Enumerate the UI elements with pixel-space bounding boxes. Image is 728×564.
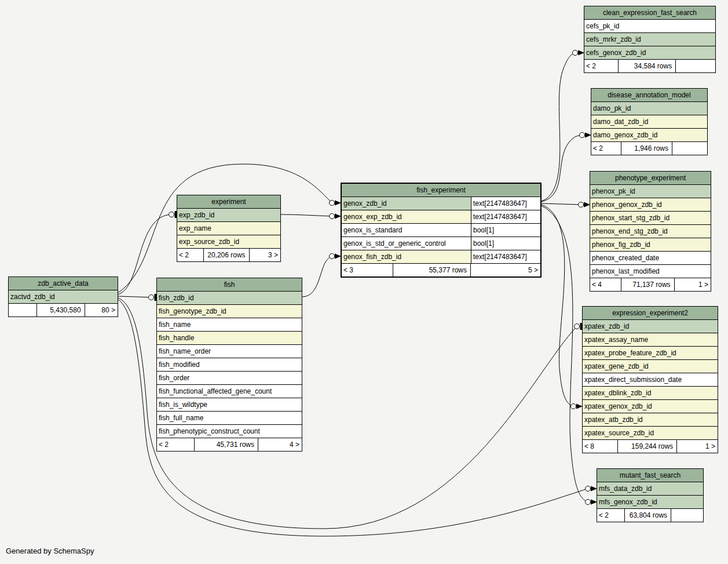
column-name: phenox_last_modified	[590, 265, 711, 278]
column-name: damo_pk_id	[591, 102, 707, 115]
footer-row-count: 55,377 rows	[393, 264, 471, 276]
column-type: text[2147483647]	[471, 250, 540, 263]
table-footer: < 471,137 rows1 >	[590, 278, 711, 291]
table-footer: < 220,206 rows3 >	[177, 249, 280, 261]
footer-parents-count: < 2	[157, 438, 195, 451]
column-row-genox_exp_zdb_id: genox_exp_zdb_idtext[2147483647]	[342, 210, 540, 224]
column-row-phenox_genox_zdb_id: phenox_genox_zdb_id	[590, 198, 711, 212]
schemaspy-credit: Generated by SchemaSpy	[6, 547, 94, 555]
footer-row-count: 34,584 rows	[619, 60, 676, 72]
column-row-cefs_genox_zdb_id: cefs_genox_zdb_id	[584, 46, 715, 60]
footer-parents-count: < 2	[584, 60, 619, 72]
table-title-disease_annotation_model[interactable]: disease_annotation_model	[591, 89, 707, 102]
table-title-phenotype_experiment[interactable]: phenotype_experiment	[590, 172, 711, 185]
relationship-fish_experiment.genox_zdb_id-to-phenotype_experiment.phenox_genox_zdb_id	[542, 202, 590, 208]
column-name: genox_is_std_or_generic_control	[342, 237, 471, 250]
column-name: fish_handle	[157, 332, 302, 344]
column-row-xpatex_atb_zdb_id: xpatex_atb_zdb_id	[583, 413, 718, 427]
column-name: fish_functional_affected_gene_count	[157, 385, 302, 398]
table-footer: < 8159,244 rows1 >	[583, 440, 718, 453]
column-row-fish_full_name: fish_full_name	[157, 412, 302, 425]
footer-children-count	[672, 142, 707, 155]
column-type: text[2147483647]	[471, 210, 540, 223]
column-row-xpatex_probe_feature_zdb_id: xpatex_probe_feature_zdb_id	[583, 347, 718, 360]
column-name: phenox_genox_zdb_id	[590, 198, 711, 211]
column-row-damo_pk_id: damo_pk_id	[591, 102, 707, 115]
column-name: phenox_end_stg_zdb_id	[590, 225, 711, 238]
column-name: xpatex_atb_zdb_id	[583, 413, 718, 426]
table-title-clean_expression_fast_search[interactable]: clean_expression_fast_search	[584, 6, 715, 20]
column-row-genox_zdb_id: genox_zdb_idtext[2147483647]	[342, 197, 540, 210]
column-row-xpatex_dblink_zdb_id: xpatex_dblink_zdb_id	[583, 387, 718, 400]
column-row-fish_zdb_id: fish_zdb_id	[157, 292, 302, 305]
footer-children-count	[676, 60, 715, 72]
fk-circle-icon	[580, 133, 585, 138]
table-fish_experiment[interactable]: fish_experimentgenox_zdb_idtext[21474836…	[341, 183, 542, 278]
column-name: xpatex_assay_name	[583, 333, 718, 346]
column-name: xpatex_genox_zdb_id	[583, 400, 718, 413]
relationship-fish.fish_zdb_id-to-fish_experiment.genox_fish_zdb_id	[302, 254, 341, 297]
column-row-fish_name: fish_name	[157, 318, 302, 332]
column-name: xpatex_zdb_id	[583, 320, 718, 333]
column-name: phenox_fig_zdb_id	[590, 238, 711, 251]
relationship-zdb_active_data.zactvd_zdb_id-to-fish.fish_zdb_id	[118, 294, 156, 301]
column-row-zactvd_zdb_id: zactvd_zdb_id	[9, 290, 118, 304]
relationship-fish_experiment.genox_zdb_id-to-disease_annotation_model.damo_genox_zdb_id	[542, 133, 591, 202]
table-disease_annotation_model[interactable]: disease_annotation_modeldamo_pk_iddamo_d…	[591, 88, 708, 155]
table-zdb_active_data[interactable]: zdb_active_datazactvd_zdb_id5,430,580 ro…	[8, 276, 118, 317]
column-name: exp_source_zdb_id	[177, 235, 280, 248]
fk-circle-icon	[330, 254, 335, 259]
footer-children-count: 1 >	[675, 278, 711, 291]
column-row-fish_phenotypic_construct_count: fish_phenotypic_construct_count	[157, 425, 302, 438]
fk-circle-icon	[169, 212, 174, 217]
table-title-expression_experiment2[interactable]: expression_experiment2	[583, 307, 718, 320]
column-row-fish_name_order: fish_name_order	[157, 345, 302, 358]
footer-parents-count	[9, 304, 37, 316]
column-row-genox_is_std_or_generic_control: genox_is_std_or_generic_controlbool[1]	[342, 237, 540, 250]
table-title-mutant_fast_search[interactable]: mutant_fast_search	[597, 469, 703, 482]
column-row-xpatex_assay_name: xpatex_assay_name	[583, 333, 718, 347]
column-row-phenox_fig_zdb_id: phenox_fig_zdb_id	[590, 238, 711, 252]
footer-parents-count: < 2	[177, 249, 204, 261]
column-name: genox_exp_zdb_id	[342, 210, 471, 223]
column-name: cefs_genox_zdb_id	[584, 46, 715, 59]
table-fish[interactable]: fishfish_zdb_idfish_genotype_zdb_idfish_…	[156, 278, 302, 452]
column-name: fish_name	[157, 318, 302, 331]
footer-children-count: 80 >	[85, 304, 118, 316]
table-footer: < 21,946 rows	[591, 142, 707, 155]
column-row-mfs_genox_zdb_id: mfs_genox_zdb_id	[597, 496, 703, 509]
column-row-fish_modified: fish_modified	[157, 358, 302, 372]
column-row-fish_is_wildtype: fish_is_wildtype	[157, 398, 302, 412]
table-expression_experiment2[interactable]: expression_experiment2xpatex_zdb_idxpate…	[582, 306, 718, 453]
table-experiment[interactable]: experimentexp_zdb_idexp_nameexp_source_z…	[177, 195, 281, 262]
table-footer: < 234,584 rows	[584, 60, 715, 72]
table-footer: < 355,377 rows5 >	[342, 264, 540, 276]
table-title-zdb_active_data[interactable]: zdb_active_data	[9, 277, 118, 290]
column-row-genox_is_standard: genox_is_standardbool[1]	[342, 224, 540, 237]
table-footer: < 263,804 rows	[597, 509, 703, 522]
footer-row-count: 20,206 rows	[204, 249, 249, 261]
column-name: fish_order	[157, 372, 302, 384]
footer-row-count: 45,731 rows	[195, 438, 258, 451]
table-title-experiment[interactable]: experiment	[177, 195, 280, 209]
footer-children-count: 1 >	[677, 440, 718, 453]
table-title-fish[interactable]: fish	[157, 278, 302, 292]
footer-parents-count: < 2	[597, 509, 625, 522]
column-type: bool[1]	[471, 237, 540, 250]
table-mutant_fast_search[interactable]: mutant_fast_searchmfs_data_zdb_idmfs_gen…	[597, 468, 704, 522]
column-name: zactvd_zdb_id	[9, 290, 118, 303]
table-phenotype_experiment[interactable]: phenotype_experimentphenox_pk_idphenox_g…	[590, 171, 711, 292]
column-row-damo_genox_zdb_id: damo_genox_zdb_id	[591, 129, 707, 142]
table-title-fish_experiment[interactable]: fish_experiment	[342, 184, 540, 197]
footer-row-count: 71,137 rows	[621, 278, 675, 291]
column-name: damo_dat_zdb_id	[591, 115, 707, 128]
column-name: xpatex_direct_submission_date	[583, 373, 718, 386]
column-name: phenox_pk_id	[590, 185, 711, 198]
column-row-phenox_pk_id: phenox_pk_id	[590, 185, 711, 198]
table-footer: < 245,731 rows4 >	[157, 438, 302, 451]
column-name: xpatex_gene_zdb_id	[583, 360, 718, 373]
footer-row-count: 1,946 rows	[621, 142, 672, 155]
column-row-phenox_last_modified: phenox_last_modified	[590, 265, 711, 278]
table-clean_expression_fast_search[interactable]: clean_expression_fast_searchcefs_pk_idce…	[584, 6, 716, 73]
column-row-genox_fish_zdb_id: genox_fish_zdb_idtext[2147483647]	[342, 250, 540, 264]
